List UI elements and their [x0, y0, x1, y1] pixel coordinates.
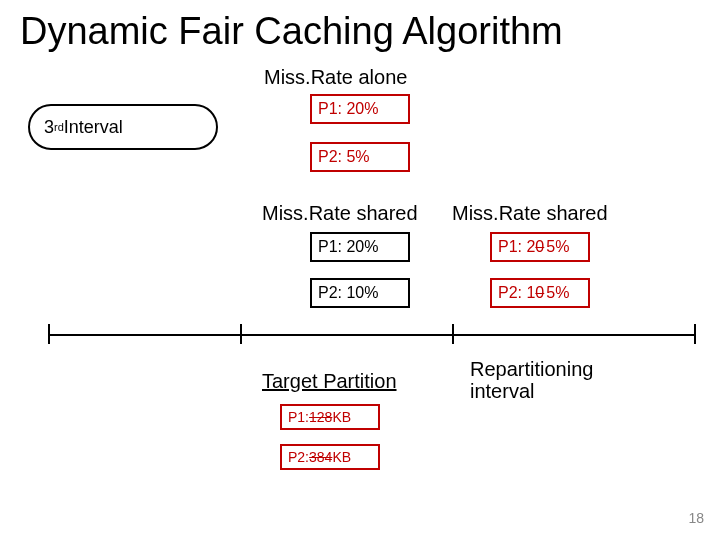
timeline-line [48, 334, 696, 336]
interval-sup: rd [54, 121, 64, 133]
timeline-tick-start [48, 324, 50, 344]
heading-shared-1: Miss.Rate shared [262, 202, 418, 225]
heading-target: Target Partition [262, 370, 397, 393]
shared1-p2-box: P2: 10% [310, 278, 410, 308]
shared2-p2-box: P2: 105% [490, 278, 590, 308]
interval-post: Interval [64, 117, 123, 138]
target-p2-strike: 384 [309, 449, 332, 465]
target-p2-box: P2: 384KB [280, 444, 380, 470]
target-p2-after: KB [332, 449, 351, 465]
shared1-p1-box: P1: 20% [310, 232, 410, 262]
interval-pill: 3rd Interval [28, 104, 218, 150]
shared2-p1-label: P1: 2 [498, 238, 535, 256]
interval-pre: 3 [44, 117, 54, 138]
shared2-p1-strike: 0 [535, 238, 544, 256]
repartition-label-l1: Repartitioning [470, 358, 593, 381]
timeline-tick-1 [240, 324, 242, 344]
target-p1-box: P1: 128KB [280, 404, 380, 430]
target-p2-label: P2: [288, 449, 309, 465]
repartition-label-l2: interval [470, 380, 534, 403]
shared2-p1-after: 5% [546, 238, 569, 256]
heading-shared-2: Miss.Rate shared [452, 202, 608, 225]
alone-p2-box: P2: 5% [310, 142, 410, 172]
target-p1-after: KB [332, 409, 351, 425]
alone-p1-box: P1: 20% [310, 94, 410, 124]
shared2-p1-box: P1: 205% [490, 232, 590, 262]
timeline-tick-2 [452, 324, 454, 344]
timeline-tick-end [694, 324, 696, 344]
page-title: Dynamic Fair Caching Algorithm [20, 10, 563, 53]
shared2-p2-after: 5% [546, 284, 569, 302]
shared2-p2-label: P2: 1 [498, 284, 535, 302]
target-p1-label: P1: [288, 409, 309, 425]
shared2-p2-strike: 0 [535, 284, 544, 302]
heading-alone: Miss.Rate alone [264, 66, 407, 89]
page-number: 18 [688, 510, 704, 526]
target-p1-strike: 128 [309, 409, 332, 425]
